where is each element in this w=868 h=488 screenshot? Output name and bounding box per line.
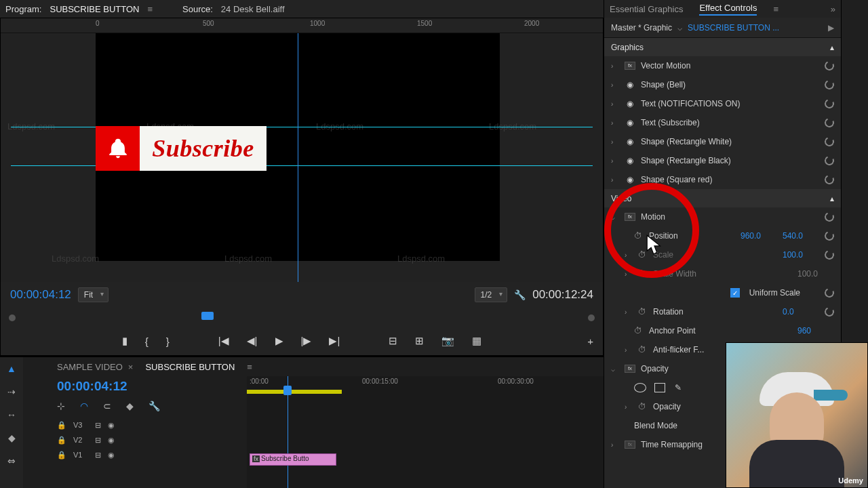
panel-menu-icon[interactable]: ≡ [247, 362, 252, 372]
comparison-icon[interactable]: ▦ [472, 335, 481, 347]
lock-icon[interactable]: 🔒 [57, 436, 66, 445]
ripple-tool-icon[interactable]: ↔ [4, 407, 19, 422]
ec-item[interactable]: ›◉Shape (Square red) [604, 170, 841, 189]
insert-icon[interactable]: ⊹ [57, 401, 65, 411]
reset-icon[interactable] [823, 174, 835, 186]
stopwatch-icon[interactable]: ⏱ [638, 307, 648, 317]
marker-icon[interactable]: ◆ [126, 401, 134, 411]
lock-icon[interactable]: 🔒 [57, 421, 66, 430]
reset-icon[interactable] [823, 60, 835, 72]
source-name[interactable]: 24 Desk Bell.aiff [221, 4, 285, 14]
play-icon[interactable]: ▶ [275, 335, 283, 347]
toggle-output-icon[interactable]: ⊟ [95, 451, 101, 460]
scrub-start[interactable] [9, 314, 16, 321]
reset-icon[interactable] [823, 117, 835, 129]
track-name[interactable]: V2 [73, 436, 88, 444]
stopwatch-icon[interactable]: ⏱ [634, 326, 644, 336]
settings-icon[interactable]: 🔧 [149, 401, 160, 411]
playhead-vertical[interactable] [298, 33, 298, 282]
stopwatch-icon[interactable]: ⏱ [638, 250, 648, 260]
track-name[interactable]: V3 [73, 421, 88, 429]
settings-wrench-icon[interactable]: 🔧 [514, 289, 526, 300]
effect-controls-tab[interactable]: Effect Controls [699, 3, 757, 16]
collapse-icon[interactable]: ▴ [830, 43, 834, 52]
value[interactable]: 960 [797, 326, 834, 336]
ec-item[interactable]: ›◉Shape (Rectangle White) [604, 132, 841, 151]
reset-icon[interactable] [823, 79, 835, 91]
reset-icon[interactable] [823, 136, 835, 148]
zoom-dropdown[interactable]: Fit [78, 287, 108, 302]
stopwatch-icon[interactable]: ⏱ [638, 345, 648, 354]
program-ruler[interactable]: 0 500 1000 1500 2000 [1, 18, 603, 33]
track-header[interactable]: 🔒 V1 ⊟ ◉ [57, 448, 247, 462]
eye-icon[interactable]: ◉ [625, 118, 635, 127]
panel-menu-icon[interactable]: ≡ [773, 4, 778, 14]
lift-icon[interactable]: ⊟ [389, 335, 397, 347]
subscribe-graphic[interactable]: Subscribe [96, 126, 267, 171]
work-area-bar[interactable] [247, 390, 342, 394]
timeline-timecode[interactable]: 00:00:04:12 [57, 376, 247, 396]
go-to-in-icon[interactable]: |◀ [218, 335, 229, 347]
eye-icon[interactable]: ◉ [108, 421, 115, 430]
rect-mask-icon[interactable] [654, 383, 665, 392]
eye-icon[interactable]: ◉ [625, 137, 635, 146]
chevron-down-icon[interactable]: ⌵ [677, 23, 682, 33]
track-header[interactable]: 🔒 V3 ⊟ ◉ [57, 418, 247, 432]
eye-icon[interactable]: ◉ [625, 175, 635, 184]
ec-item[interactable]: ›◉Shape (Rectangle Black) [604, 151, 841, 170]
ec-scale[interactable]: ›⏱Scale100.0 [604, 245, 841, 264]
razor-tool-icon[interactable]: ◆ [4, 430, 19, 445]
eye-icon[interactable]: ◉ [625, 156, 635, 165]
scrub-playhead[interactable] [201, 312, 214, 320]
collapse-icon[interactable]: ▴ [830, 194, 834, 203]
program-name[interactable]: SUBSCRIBE BUTTON [50, 4, 139, 14]
selection-tool-icon[interactable]: ▲ [4, 361, 19, 376]
export-frame-icon[interactable]: 📷 [441, 335, 454, 347]
timeline-ruler[interactable]: :00:00 00:00:15:00 00:00:30:00 [247, 376, 604, 390]
step-back-icon[interactable]: ◀| [247, 335, 258, 347]
mark-in-icon[interactable]: ▮ [122, 335, 127, 347]
ec-uniform-scale[interactable]: ✓Uniform Scale [604, 283, 841, 302]
ec-item-vector-motion[interactable]: ›fxVector Motion [604, 56, 841, 75]
ec-item[interactable]: ›◉Text (NOTIFICATIONS ON) [604, 94, 841, 113]
timeline-tracks-area[interactable]: :00:00 00:00:15:00 00:00:30:00 fxSubscri… [247, 376, 604, 488]
value[interactable]: 0.0 [783, 307, 819, 317]
reset-icon[interactable] [823, 230, 835, 242]
eye-icon[interactable]: ◉ [625, 99, 635, 108]
snap-icon[interactable]: ◠ [80, 401, 88, 411]
value-y[interactable]: 540.0 [783, 231, 819, 241]
track-select-tool-icon[interactable]: ⇢ [4, 384, 19, 399]
ec-rotation[interactable]: ›⏱Rotation0.0 [604, 302, 841, 321]
ec-item[interactable]: ›◉Shape (Bell) [604, 75, 841, 94]
go-to-out-icon[interactable]: ▶| [329, 335, 340, 347]
tab-close-icon[interactable]: × [128, 362, 134, 372]
mark-clip-icon[interactable]: } [166, 336, 170, 347]
step-forward-icon[interactable]: |▶ [301, 335, 312, 347]
reset-icon[interactable] [823, 287, 835, 299]
checkbox-icon[interactable]: ✓ [730, 288, 740, 298]
video-section-header[interactable]: Video ▴ [604, 189, 841, 207]
track-header[interactable]: 🔒 V2 ⊟ ◉ [57, 433, 247, 447]
linked-selection-icon[interactable]: ⊂ [103, 401, 111, 411]
ec-motion[interactable]: ⌵fxMotion [604, 207, 841, 226]
reset-icon[interactable] [823, 98, 835, 110]
essential-graphics-tab[interactable]: Essential Graphics [610, 4, 683, 14]
ec-position[interactable]: ⏱Position960.0540.0 [604, 226, 841, 245]
current-timecode[interactable]: 00:00:04:12 [10, 288, 71, 302]
value[interactable]: 100.0 [783, 250, 819, 260]
sequence-name[interactable]: SUBSCRIBE BUTTON ... [688, 23, 779, 33]
stopwatch-icon[interactable]: ⏱ [634, 231, 644, 241]
play-only-icon[interactable]: ▶ [828, 23, 834, 33]
scrub-end[interactable] [588, 314, 595, 321]
mark-out-icon[interactable]: { [145, 336, 149, 347]
master-clip-label[interactable]: Master * Graphic [611, 23, 672, 33]
playhead-indicator[interactable] [283, 386, 292, 395]
ec-item[interactable]: ›◉Text (Subscribe) [604, 113, 841, 132]
reset-icon[interactable] [823, 306, 835, 318]
toggle-output-icon[interactable]: ⊟ [95, 421, 101, 430]
eye-icon[interactable]: ◉ [108, 436, 115, 445]
timeline-tab-active[interactable]: SUBSCRIBE BUTTON [145, 359, 235, 375]
reset-icon[interactable] [823, 155, 835, 167]
more-panels-icon[interactable]: » [831, 4, 835, 14]
panel-menu-icon[interactable]: ≡ [147, 4, 153, 14]
